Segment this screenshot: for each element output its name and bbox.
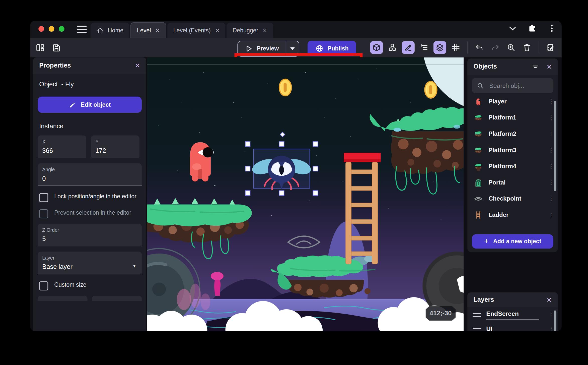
kebab-menu-icon[interactable]: ⋮ — [548, 130, 554, 137]
maximize-window-button[interactable] — [59, 26, 64, 32]
tab-home[interactable]: Home — [91, 23, 129, 38]
tab-close-icon[interactable]: ✕ — [215, 27, 219, 33]
close-window-button[interactable] — [38, 26, 44, 32]
trash-icon[interactable] — [521, 41, 533, 54]
z-order-field[interactable]: Z Order 5 — [38, 224, 142, 246]
instances-icon[interactable] — [386, 41, 399, 54]
edit-pencil-icon[interactable] — [402, 41, 415, 54]
object-name: Platform1 — [488, 114, 543, 121]
kebab-menu-icon[interactable]: ⋮ — [548, 195, 554, 202]
home-icon — [97, 27, 104, 34]
objects-panel: Objects ✕ Player ⋮ Platform1 ⋮ — [467, 58, 558, 252]
kebab-menu-icon[interactable]: ⋮ — [548, 179, 554, 186]
angle-field[interactable]: Angle 0 — [38, 163, 142, 186]
layer-row-endscreen[interactable]: EndScreen ⋮ — [467, 308, 558, 323]
object-item-platform4[interactable]: Platform4 ⋮ — [467, 158, 558, 174]
object-search-input[interactable] — [488, 82, 543, 90]
tab-label: Home — [108, 27, 123, 34]
layers-list: EndScreen ⋮ UI ⋮ Base layer ⋮ Background… — [467, 308, 558, 331]
grid-icon[interactable] — [449, 41, 462, 54]
preview-button[interactable]: Preview — [238, 41, 285, 56]
coin[interactable] — [425, 82, 437, 98]
object-item-platform3[interactable]: Platform3 ⋮ — [467, 142, 558, 158]
x-position-field[interactable]: X 366 — [38, 135, 86, 158]
layers-scrollbar[interactable] — [554, 311, 556, 331]
undo-icon[interactable] — [473, 41, 486, 54]
drag-handle-icon[interactable] — [473, 328, 481, 331]
object-name: Platform3 — [488, 147, 543, 153]
object-item-checkpoint[interactable]: Checkpoint ⋮ — [467, 191, 558, 207]
checkbox[interactable] — [39, 281, 48, 290]
kebab-menu-icon[interactable]: ⋮ — [548, 98, 554, 105]
selected-object-title: Object - Fly — [33, 74, 146, 91]
layer-name[interactable]: EndScreen — [486, 310, 539, 320]
object-search-box[interactable] — [472, 78, 553, 93]
play-icon — [245, 44, 253, 53]
tab-level[interactable]: Level✕ — [130, 22, 166, 38]
filter-icon[interactable] — [531, 63, 539, 71]
desktop-background: HomeLevel✕Level (Events)✕Debugger✕ — [0, 0, 588, 365]
drag-handle-icon[interactable] — [473, 313, 481, 317]
instances-list-icon[interactable] — [418, 41, 430, 54]
scene-canvas[interactable]: 412;-30 — [147, 57, 464, 331]
tab-close-icon[interactable]: ✕ — [156, 27, 160, 33]
tab-level-events[interactable]: Level (Events)✕ — [167, 23, 226, 38]
kebab-menu-icon[interactable]: ⋮ — [548, 114, 554, 121]
fly-instance-selected[interactable] — [250, 149, 313, 190]
editor-content: 412;-30 Properties ✕ Object - Fly Edit o… — [30, 57, 562, 331]
layer-row-ui[interactable]: UI ⋮ — [467, 323, 558, 331]
save-icon[interactable] — [52, 43, 61, 52]
layer-select[interactable]: Layer Base layer ▼ — [38, 252, 142, 274]
tab-label: Level (Events) — [173, 27, 211, 34]
add-new-object-button[interactable]: + Add a new object — [472, 234, 553, 249]
object-item-player[interactable]: Player ⋮ — [467, 93, 558, 109]
layers-panel-title: Layers — [473, 296, 494, 304]
object-item-portal[interactable]: Portal ⋮ — [467, 174, 558, 191]
chevron-down-icon[interactable] — [508, 24, 517, 33]
close-icon[interactable]: ✕ — [135, 62, 140, 70]
close-icon[interactable]: ✕ — [546, 296, 552, 304]
redo-icon — [489, 41, 502, 54]
toolbar-divider — [539, 41, 539, 53]
extensions-puzzle-icon[interactable] — [528, 24, 537, 33]
kebab-menu-icon[interactable]: ⋮ — [548, 211, 554, 218]
project-notes-icon[interactable] — [544, 41, 557, 54]
prevent-selection-checkbox-row: Prevent selection in the editor — [33, 202, 146, 218]
kebab-menu-icon[interactable]: ⋮ — [548, 163, 554, 169]
object-name: Portal — [488, 179, 543, 186]
preview-options-dropdown[interactable] — [285, 41, 299, 56]
object-item-platform1[interactable]: Platform1 ⋮ — [467, 109, 558, 126]
tab-close-icon[interactable]: ✕ — [263, 27, 267, 33]
tab-label: Level — [137, 27, 151, 34]
objects-scrollbar[interactable] — [554, 101, 556, 191]
tab-label: Debugger — [233, 27, 258, 34]
objects-panel-header: Objects ✕ — [467, 58, 558, 75]
kebab-menu-icon[interactable]: ⋮ — [548, 147, 554, 153]
layer-name[interactable]: UI — [486, 325, 539, 331]
y-position-field[interactable]: Y 172 — [91, 135, 139, 158]
edit-object-button[interactable]: Edit object — [38, 97, 142, 113]
publish-button[interactable]: Publish — [308, 41, 356, 56]
panels-layout-icon[interactable] — [35, 43, 45, 52]
object-item-ladder[interactable]: Ladder ⋮ — [467, 207, 558, 223]
caret-down-icon: ▼ — [132, 264, 136, 268]
main-menu-icon[interactable] — [77, 26, 87, 33]
kebab-menu-icon[interactable] — [547, 24, 556, 33]
checkbox[interactable] — [39, 193, 48, 202]
custom-size-checkbox-row[interactable]: Custom size — [33, 274, 146, 290]
portal-icon — [473, 177, 483, 187]
kebab-menu-icon[interactable]: ⋮ — [548, 312, 554, 318]
coin[interactable] — [279, 79, 291, 96]
platform3-icon — [473, 145, 483, 155]
object-item-platform2[interactable]: Platform2 ⋮ — [467, 126, 558, 142]
layers-icon[interactable] — [433, 41, 446, 54]
checkpoint-icon — [473, 194, 483, 204]
minimize-window-button[interactable] — [49, 26, 54, 32]
objects-3d-box-icon[interactable] — [370, 41, 383, 54]
lock-position-checkbox-row[interactable]: Lock position/angle in the editor — [33, 186, 146, 202]
tab-debugger[interactable]: Debugger✕ — [227, 23, 273, 38]
platform1-icon — [473, 113, 483, 123]
close-icon[interactable]: ✕ — [546, 63, 552, 71]
zoom-in-icon[interactable] — [505, 41, 518, 54]
kebab-menu-icon[interactable]: ⋮ — [548, 327, 554, 331]
